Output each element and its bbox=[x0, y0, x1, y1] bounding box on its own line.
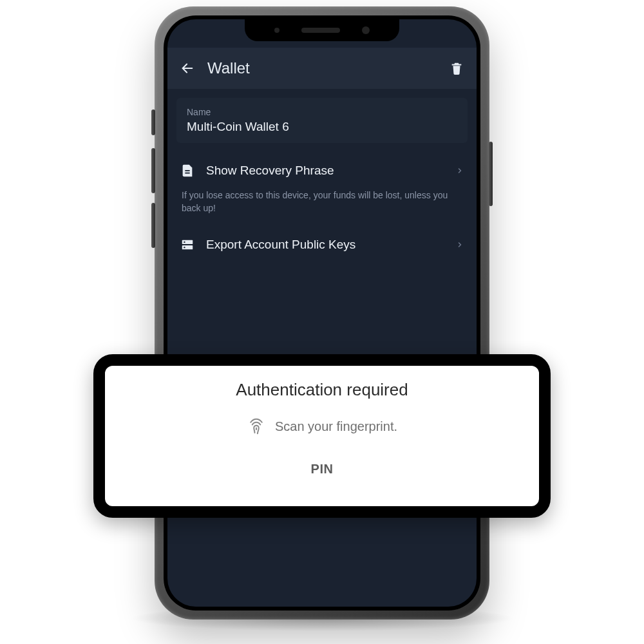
auth-message-text: Scan your fingerprint. bbox=[275, 419, 397, 434]
trash-icon[interactable] bbox=[450, 61, 464, 76]
back-icon[interactable] bbox=[180, 61, 194, 75]
phone-notch bbox=[245, 19, 399, 41]
recovery-hint: If you lose access to this device, your … bbox=[176, 189, 468, 226]
row-label: Export Account Public Keys bbox=[206, 238, 444, 252]
field-label: Name bbox=[187, 107, 457, 117]
authentication-dialog: Authentication required Scan your finger… bbox=[93, 354, 551, 518]
svg-rect-1 bbox=[185, 170, 189, 171]
pin-button[interactable]: PIN bbox=[105, 462, 539, 477]
row-label: Show Recovery Phrase bbox=[206, 164, 444, 178]
phone-side-button bbox=[151, 148, 155, 193]
export-public-keys-row[interactable]: Export Account Public Keys bbox=[176, 226, 468, 263]
svg-rect-2 bbox=[185, 173, 189, 174]
auth-message-row: Scan your fingerprint. bbox=[105, 417, 539, 436]
fingerprint-icon bbox=[247, 417, 266, 436]
svg-point-5 bbox=[184, 242, 185, 243]
show-recovery-phrase-row[interactable]: Show Recovery Phrase bbox=[176, 152, 468, 189]
server-icon bbox=[180, 238, 194, 252]
document-icon bbox=[180, 164, 194, 178]
wallet-name-field[interactable]: Name Multi-Coin Wallet 6 bbox=[176, 98, 468, 143]
page-title: Wallet bbox=[207, 59, 437, 77]
svg-point-6 bbox=[184, 247, 185, 248]
chevron-right-icon bbox=[456, 239, 464, 251]
app-screen: Wallet Name Multi-Coin Wallet 6 Show Rec… bbox=[167, 19, 477, 607]
phone-frame: Wallet Name Multi-Coin Wallet 6 Show Rec… bbox=[155, 6, 489, 620]
phone-side-button bbox=[489, 142, 493, 206]
app-topbar: Wallet bbox=[167, 48, 477, 89]
auth-title: Authentication required bbox=[105, 380, 539, 400]
phone-side-button bbox=[151, 203, 155, 248]
field-value: Multi-Coin Wallet 6 bbox=[187, 120, 457, 134]
phone-side-button bbox=[151, 109, 155, 135]
chevron-right-icon bbox=[456, 165, 464, 176]
